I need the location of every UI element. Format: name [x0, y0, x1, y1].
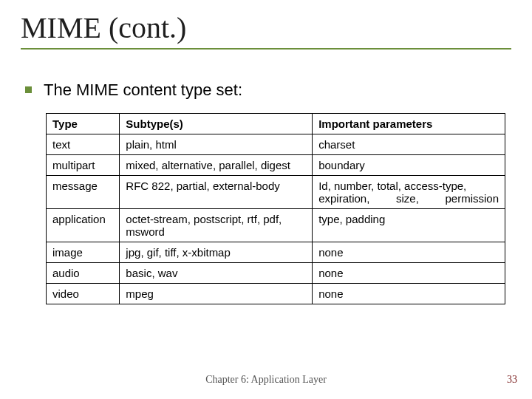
cell-subtypes: basic, wav	[120, 263, 313, 284]
cell-params: none	[313, 284, 505, 304]
mime-table: Type Subtype(s) Important parameters tex…	[46, 113, 505, 304]
cell-type: audio	[47, 263, 120, 284]
cell-params: type, padding	[313, 209, 505, 242]
cell-type: multipart	[47, 155, 120, 176]
cell-subtypes: mixed, alternative, parallel, digest	[120, 155, 313, 176]
cell-params: boundary	[313, 155, 505, 176]
slide: MIME (cont.) The MIME content type set: …	[0, 0, 532, 399]
cell-type: video	[47, 284, 120, 304]
footer-page-number: 33	[507, 374, 517, 386]
title-underline	[21, 48, 511, 50]
footer-chapter: Chapter 6: Application Layer	[0, 374, 532, 386]
bullet-text: The MIME content type set:	[44, 81, 242, 100]
slide-footer: Chapter 6: Application Layer 33	[0, 374, 532, 389]
cell-params: Id, number, total, access-type, expirati…	[313, 176, 505, 209]
cell-params: charset	[313, 134, 505, 155]
cell-type: application	[47, 209, 120, 242]
cell-type: text	[47, 134, 120, 155]
table-row: audio basic, wav none	[47, 263, 505, 284]
cell-params: none	[313, 242, 505, 263]
table-row: message RFC 822, partial, external-body …	[47, 176, 505, 209]
table-row: multipart mixed, alternative, parallel, …	[47, 155, 505, 176]
table-row: video mpeg none	[47, 284, 505, 304]
header-params: Important parameters	[313, 114, 505, 134]
cell-params: none	[313, 263, 505, 284]
cell-subtypes: octet-stream, postscript, rtf, pdf, mswo…	[120, 209, 313, 242]
table-row: image jpg, gif, tiff, x-xbitmap none	[47, 242, 505, 263]
cell-type: image	[47, 242, 120, 263]
bullet-row: The MIME content type set:	[25, 81, 511, 100]
slide-title: MIME (cont.)	[21, 10, 511, 45]
cell-subtypes: RFC 822, partial, external-body	[120, 176, 313, 209]
cell-subtypes: plain, html	[120, 134, 313, 155]
bullet-icon	[25, 86, 32, 93]
header-type: Type	[47, 114, 120, 134]
cell-type: message	[47, 176, 120, 209]
cell-subtypes: jpg, gif, tiff, x-xbitmap	[120, 242, 313, 263]
table-header-row: Type Subtype(s) Important parameters	[47, 114, 505, 134]
table-row: application octet-stream, postscript, rt…	[47, 209, 505, 242]
table-row: text plain, html charset	[47, 134, 505, 155]
cell-subtypes: mpeg	[120, 284, 313, 304]
mime-table-wrap: Type Subtype(s) Important parameters tex…	[46, 113, 505, 304]
header-subtypes: Subtype(s)	[120, 114, 313, 134]
